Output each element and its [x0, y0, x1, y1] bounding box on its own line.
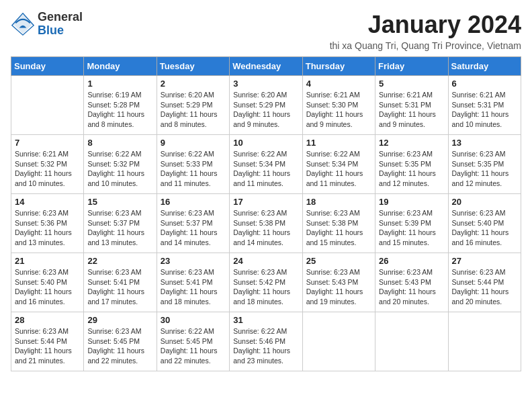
day-number: 5 — [379, 79, 444, 89]
table-row: 3Sunrise: 6:20 AMSunset: 5:29 PMDaylight… — [230, 76, 302, 135]
day-number: 8 — [87, 138, 152, 148]
table-row: 10Sunrise: 6:22 AMSunset: 5:34 PMDayligh… — [230, 135, 302, 194]
table-row: 23Sunrise: 6:23 AMSunset: 5:41 PMDayligh… — [157, 253, 229, 312]
day-detail: Sunrise: 6:23 AMSunset: 5:45 PMDaylight:… — [87, 326, 152, 366]
day-number: 11 — [306, 138, 371, 148]
logo: General Blue — [11, 11, 83, 38]
day-detail: Sunrise: 6:23 AMSunset: 5:37 PMDaylight:… — [161, 208, 226, 248]
title-area: January 2024 thi xa Quang Tri, Quang Tri… — [330, 11, 521, 51]
calendar-body: 1Sunrise: 6:19 AMSunset: 5:28 PMDaylight… — [11, 76, 521, 371]
table-row: 18Sunrise: 6:23 AMSunset: 5:38 PMDayligh… — [302, 194, 375, 253]
day-detail: Sunrise: 6:23 AMSunset: 5:41 PMDaylight:… — [161, 267, 226, 307]
day-number: 2 — [161, 79, 226, 89]
logo-blue-text: Blue — [38, 24, 83, 38]
table-row: 7Sunrise: 6:21 AMSunset: 5:32 PMDaylight… — [11, 135, 84, 194]
day-number: 10 — [233, 138, 298, 148]
day-detail: Sunrise: 6:23 AMSunset: 5:37 PMDaylight:… — [87, 208, 152, 248]
table-row: 29Sunrise: 6:23 AMSunset: 5:45 PMDayligh… — [84, 312, 157, 371]
day-number: 4 — [306, 79, 371, 89]
day-detail: Sunrise: 6:22 AMSunset: 5:45 PMDaylight:… — [161, 326, 226, 366]
location-subtitle: thi xa Quang Tri, Quang Tri Province, Vi… — [330, 40, 521, 51]
day-detail: Sunrise: 6:21 AMSunset: 5:31 PMDaylight:… — [379, 90, 444, 130]
table-row: 22Sunrise: 6:23 AMSunset: 5:41 PMDayligh… — [84, 253, 157, 312]
col-saturday: Saturday — [448, 57, 521, 76]
day-number: 27 — [452, 256, 517, 266]
day-number: 16 — [161, 197, 226, 207]
day-detail: Sunrise: 6:21 AMSunset: 5:31 PMDaylight:… — [452, 90, 517, 130]
day-detail: Sunrise: 6:23 AMSunset: 5:44 PMDaylight:… — [452, 267, 517, 307]
col-monday: Monday — [84, 57, 157, 76]
day-detail: Sunrise: 6:21 AMSunset: 5:32 PMDaylight:… — [15, 149, 80, 189]
calendar-week-row: 28Sunrise: 6:23 AMSunset: 5:44 PMDayligh… — [11, 312, 521, 371]
table-row: 4Sunrise: 6:21 AMSunset: 5:30 PMDaylight… — [302, 76, 375, 135]
day-number: 12 — [379, 138, 444, 148]
table-row: 12Sunrise: 6:23 AMSunset: 5:35 PMDayligh… — [375, 135, 448, 194]
table-row: 24Sunrise: 6:23 AMSunset: 5:42 PMDayligh… — [230, 253, 302, 312]
day-number: 9 — [161, 138, 226, 148]
logo-icon — [11, 12, 35, 36]
day-number: 23 — [161, 256, 226, 266]
day-detail: Sunrise: 6:23 AMSunset: 5:39 PMDaylight:… — [379, 208, 444, 248]
day-number: 7 — [15, 138, 80, 148]
day-number: 22 — [87, 256, 152, 266]
day-number: 31 — [233, 315, 298, 325]
table-row: 27Sunrise: 6:23 AMSunset: 5:44 PMDayligh… — [448, 253, 521, 312]
day-number: 28 — [15, 315, 80, 325]
day-number: 17 — [233, 197, 298, 207]
calendar-table: Sunday Monday Tuesday Wednesday Thursday… — [11, 56, 521, 371]
table-row: 15Sunrise: 6:23 AMSunset: 5:37 PMDayligh… — [84, 194, 157, 253]
day-number: 26 — [379, 256, 444, 266]
table-row — [448, 312, 521, 371]
day-number: 15 — [87, 197, 152, 207]
day-detail: Sunrise: 6:23 AMSunset: 5:40 PMDaylight:… — [15, 267, 80, 307]
calendar-week-row: 7Sunrise: 6:21 AMSunset: 5:32 PMDaylight… — [11, 135, 521, 194]
day-number: 6 — [452, 79, 517, 89]
day-detail: Sunrise: 6:23 AMSunset: 5:44 PMDaylight:… — [15, 326, 80, 366]
day-detail: Sunrise: 6:22 AMSunset: 5:46 PMDaylight:… — [233, 326, 298, 366]
day-detail: Sunrise: 6:23 AMSunset: 5:43 PMDaylight:… — [379, 267, 444, 307]
table-row: 28Sunrise: 6:23 AMSunset: 5:44 PMDayligh… — [11, 312, 84, 371]
day-number: 21 — [15, 256, 80, 266]
table-row: 8Sunrise: 6:22 AMSunset: 5:32 PMDaylight… — [84, 135, 157, 194]
table-row: 11Sunrise: 6:22 AMSunset: 5:34 PMDayligh… — [302, 135, 375, 194]
day-detail: Sunrise: 6:23 AMSunset: 5:43 PMDaylight:… — [306, 267, 371, 307]
col-thursday: Thursday — [302, 57, 375, 76]
table-row: 26Sunrise: 6:23 AMSunset: 5:43 PMDayligh… — [375, 253, 448, 312]
day-number: 19 — [379, 197, 444, 207]
calendar-week-row: 1Sunrise: 6:19 AMSunset: 5:28 PMDaylight… — [11, 76, 521, 135]
calendar-week-row: 21Sunrise: 6:23 AMSunset: 5:40 PMDayligh… — [11, 253, 521, 312]
day-detail: Sunrise: 6:20 AMSunset: 5:29 PMDaylight:… — [233, 90, 298, 130]
day-detail: Sunrise: 6:23 AMSunset: 5:38 PMDaylight:… — [306, 208, 371, 248]
day-number: 24 — [233, 256, 298, 266]
table-row: 25Sunrise: 6:23 AMSunset: 5:43 PMDayligh… — [302, 253, 375, 312]
table-row: 20Sunrise: 6:23 AMSunset: 5:40 PMDayligh… — [448, 194, 521, 253]
day-detail: Sunrise: 6:22 AMSunset: 5:33 PMDaylight:… — [161, 149, 226, 189]
day-detail: Sunrise: 6:22 AMSunset: 5:34 PMDaylight:… — [306, 149, 371, 189]
day-number: 30 — [161, 315, 226, 325]
table-row: 21Sunrise: 6:23 AMSunset: 5:40 PMDayligh… — [11, 253, 84, 312]
day-detail: Sunrise: 6:23 AMSunset: 5:41 PMDaylight:… — [87, 267, 152, 307]
table-row: 17Sunrise: 6:23 AMSunset: 5:38 PMDayligh… — [230, 194, 302, 253]
day-number: 20 — [452, 197, 517, 207]
table-row: 1Sunrise: 6:19 AMSunset: 5:28 PMDaylight… — [84, 76, 157, 135]
day-detail: Sunrise: 6:21 AMSunset: 5:30 PMDaylight:… — [306, 90, 371, 130]
day-number: 25 — [306, 256, 371, 266]
day-detail: Sunrise: 6:23 AMSunset: 5:40 PMDaylight:… — [452, 208, 517, 248]
table-row: 5Sunrise: 6:21 AMSunset: 5:31 PMDaylight… — [375, 76, 448, 135]
logo-text: General Blue — [38, 11, 83, 38]
day-detail: Sunrise: 6:22 AMSunset: 5:34 PMDaylight:… — [233, 149, 298, 189]
header: General Blue January 2024 thi xa Quang T… — [11, 11, 521, 51]
day-detail: Sunrise: 6:20 AMSunset: 5:29 PMDaylight:… — [161, 90, 226, 130]
table-row: 19Sunrise: 6:23 AMSunset: 5:39 PMDayligh… — [375, 194, 448, 253]
table-row: 31Sunrise: 6:22 AMSunset: 5:46 PMDayligh… — [230, 312, 302, 371]
col-wednesday: Wednesday — [230, 57, 302, 76]
day-detail: Sunrise: 6:23 AMSunset: 5:35 PMDaylight:… — [452, 149, 517, 189]
calendar-week-row: 14Sunrise: 6:23 AMSunset: 5:36 PMDayligh… — [11, 194, 521, 253]
day-number: 18 — [306, 197, 371, 207]
table-row: 13Sunrise: 6:23 AMSunset: 5:35 PMDayligh… — [448, 135, 521, 194]
table-row: 6Sunrise: 6:21 AMSunset: 5:31 PMDaylight… — [448, 76, 521, 135]
col-sunday: Sunday — [11, 57, 84, 76]
header-row: Sunday Monday Tuesday Wednesday Thursday… — [11, 57, 521, 76]
page-container: General Blue January 2024 thi xa Quang T… — [11, 11, 521, 371]
day-detail: Sunrise: 6:22 AMSunset: 5:32 PMDaylight:… — [87, 149, 152, 189]
